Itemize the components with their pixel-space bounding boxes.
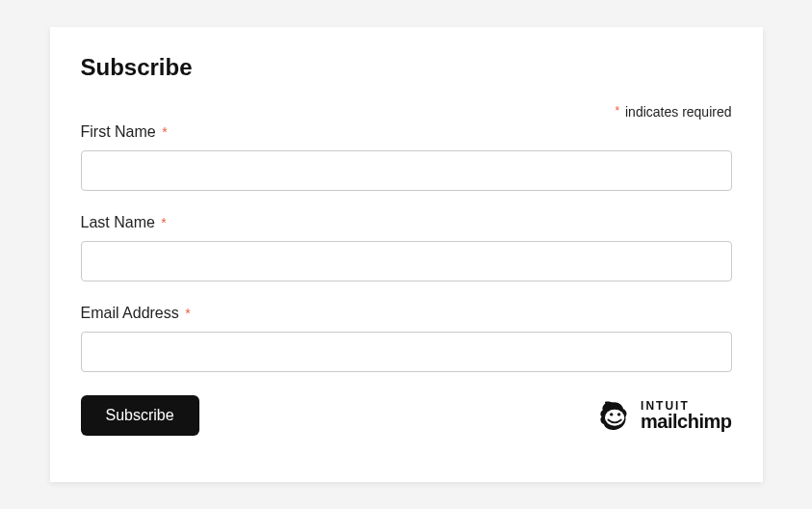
subscribe-button[interactable]: Subscribe xyxy=(81,395,199,436)
first-name-label: First Name * xyxy=(81,123,168,141)
svg-rect-3 xyxy=(605,401,611,404)
mailchimp-monkey-icon xyxy=(596,398,631,433)
mailchimp-brand[interactable]: INTUIT mailchimp xyxy=(596,398,731,433)
required-note-text: indicates required xyxy=(625,104,732,120)
page-title: Subscribe xyxy=(81,54,732,81)
email-group: Email Address * xyxy=(81,305,732,372)
asterisk-icon: * xyxy=(185,306,190,321)
first-name-label-text: First Name xyxy=(81,123,156,140)
required-indicator-note: * indicates required xyxy=(81,104,732,120)
email-label: Email Address * xyxy=(81,305,191,322)
asterisk-icon: * xyxy=(161,215,166,230)
last-name-label: Last Name * xyxy=(81,214,167,231)
first-name-input[interactable] xyxy=(81,150,732,191)
subscribe-card: Subscribe * indicates required First Nam… xyxy=(50,27,763,482)
svg-point-2 xyxy=(617,413,620,415)
last-name-label-text: Last Name xyxy=(81,214,155,230)
first-name-group: First Name * xyxy=(81,123,732,191)
brand-text: INTUIT mailchimp xyxy=(641,400,731,431)
asterisk-icon: * xyxy=(615,104,619,118)
email-input[interactable] xyxy=(81,332,732,372)
form-footer: Subscribe INTUIT mailchimp xyxy=(81,395,732,436)
asterisk-icon: * xyxy=(162,124,167,140)
brand-bottom-text: mailchimp xyxy=(641,412,731,431)
last-name-input[interactable] xyxy=(81,241,732,281)
last-name-group: Last Name * xyxy=(81,214,732,281)
svg-point-1 xyxy=(610,413,613,415)
email-label-text: Email Address xyxy=(81,305,179,321)
